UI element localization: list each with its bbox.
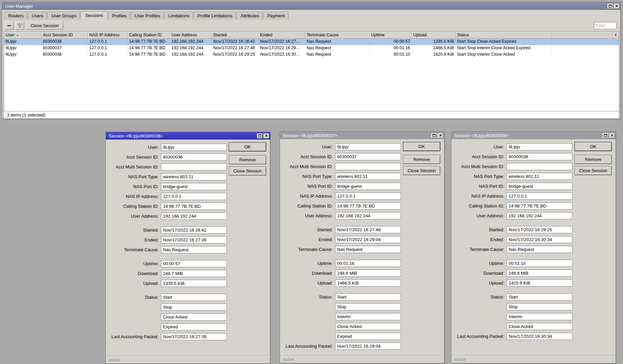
ok-button[interactable]: OK — [229, 142, 266, 151]
dialog-titlebar[interactable]: Session <9Llpjv/80300037> × — [280, 132, 444, 139]
field-value[interactable] — [335, 279, 401, 287]
maximize-button[interactable] — [607, 4, 613, 9]
field-value[interactable] — [507, 303, 572, 310]
table-row[interactable]: 9Llpjv80300037127.0.0.114:98:77:7B:7E:BD… — [4, 45, 619, 52]
tab-user-profiles[interactable]: User Profiles — [131, 12, 164, 20]
field-value[interactable] — [335, 246, 401, 253]
maximize-button[interactable] — [257, 133, 263, 139]
field-value[interactable] — [507, 293, 572, 301]
field-value[interactable] — [335, 293, 401, 301]
field-value[interactable] — [335, 226, 401, 233]
field-value[interactable] — [335, 236, 401, 243]
field-value[interactable] — [507, 260, 572, 267]
close-session-button[interactable]: Close Session — [574, 166, 612, 175]
field-value[interactable] — [507, 333, 572, 340]
field-value[interactable] — [507, 163, 572, 170]
remove-button[interactable]: Remove — [403, 155, 440, 164]
field-value[interactable] — [161, 313, 227, 321]
field-value[interactable] — [335, 323, 401, 330]
field-value[interactable] — [507, 313, 572, 320]
field-value[interactable] — [335, 143, 401, 150]
field-value[interactable] — [161, 294, 227, 301]
column-header-upload[interactable]: Upload — [412, 32, 456, 38]
field-value[interactable] — [161, 226, 227, 234]
field-value[interactable] — [507, 193, 572, 200]
close-session-button[interactable]: Close Session — [229, 166, 266, 176]
tab-routers[interactable]: Routers — [4, 12, 28, 20]
close-button[interactable]: × — [614, 4, 620, 9]
field-value[interactable] — [335, 173, 401, 180]
field-value[interactable] — [507, 212, 572, 219]
field-value[interactable] — [335, 153, 401, 160]
field-value[interactable] — [507, 226, 572, 233]
field-value[interactable] — [507, 323, 572, 330]
field-value[interactable] — [161, 144, 227, 151]
tab-users[interactable]: Users — [28, 12, 47, 20]
field-value[interactable] — [507, 202, 572, 210]
field-value[interactable] — [161, 260, 227, 267]
field-value[interactable] — [507, 270, 572, 277]
remove-button[interactable]: Remove — [229, 155, 266, 164]
close-button[interactable]: × — [609, 133, 615, 138]
field-value[interactable] — [161, 193, 227, 200]
field-value[interactable] — [161, 236, 227, 243]
field-value[interactable] — [335, 260, 401, 267]
window-titlebar[interactable]: User Manager × — [2, 2, 621, 10]
column-header-user-address[interactable]: User Address — [170, 32, 212, 38]
filter-button[interactable] — [16, 22, 24, 30]
field-value[interactable] — [335, 313, 401, 320]
field-value[interactable] — [507, 173, 572, 180]
field-value[interactable] — [161, 280, 227, 287]
field-value[interactable] — [507, 153, 572, 160]
field-value[interactable] — [335, 202, 401, 210]
tab-limitations[interactable]: Limitations — [165, 12, 193, 20]
field-value[interactable] — [335, 270, 401, 277]
table-row[interactable]: 9Llpjv80300036127.0.0.114:98:77:7B:7E:BD… — [4, 39, 619, 45]
find-input[interactable] — [594, 22, 617, 29]
field-value[interactable] — [335, 333, 401, 340]
field-value[interactable] — [161, 153, 227, 161]
tab-attributes[interactable]: Attributes — [237, 12, 263, 20]
close-button[interactable]: × — [438, 133, 443, 138]
field-value[interactable] — [507, 279, 572, 287]
remove-session-button[interactable] — [5, 22, 14, 30]
field-value[interactable] — [335, 343, 401, 350]
column-header-status[interactable]: Status — [456, 32, 552, 38]
tab-sessions[interactable]: Sessions — [81, 11, 108, 20]
table-row[interactable]: 9Llpjv80300038127.0.0.114:98:77:7B:7E:BD… — [4, 52, 619, 58]
field-value[interactable] — [335, 303, 401, 310]
tab-payment[interactable]: Payment — [263, 12, 288, 20]
column-header-acct-session-id[interactable]: Acct Session ID — [41, 32, 88, 38]
column-header-calling-station-id[interactable]: Calling Station ID — [128, 32, 170, 38]
column-header-user[interactable]: User▲ — [4, 32, 41, 38]
tab-profiles[interactable]: Profiles — [108, 12, 130, 20]
tab-profile-limitations[interactable]: Profile Limitations — [194, 12, 236, 20]
column-header-ended[interactable]: Ended — [259, 32, 305, 38]
remove-button[interactable]: Remove — [574, 155, 612, 164]
column-selector-button[interactable]: ▼ — [612, 32, 619, 38]
field-value[interactable] — [161, 270, 227, 277]
column-header-started[interactable]: Started — [212, 32, 259, 38]
field-value[interactable] — [161, 163, 227, 170]
field-value[interactable] — [161, 183, 227, 190]
field-value[interactable] — [161, 203, 227, 210]
field-value[interactable] — [335, 193, 401, 200]
field-value[interactable] — [161, 304, 227, 311]
field-value[interactable] — [161, 173, 227, 180]
column-header-uptime[interactable]: Uptime — [370, 32, 412, 38]
field-value[interactable] — [507, 246, 572, 253]
field-value[interactable] — [335, 212, 401, 219]
column-header-terminate-cause[interactable]: Terminate Cause — [305, 32, 370, 38]
field-value[interactable] — [161, 246, 227, 253]
close-session-button[interactable]: Close Session — [403, 166, 440, 175]
field-value[interactable] — [507, 143, 572, 150]
tab-user-groups[interactable]: User Groups — [48, 12, 80, 20]
ok-button[interactable]: OK — [403, 142, 440, 151]
field-value[interactable] — [161, 323, 227, 330]
close-button[interactable]: × — [263, 133, 269, 139]
field-value[interactable] — [335, 163, 401, 170]
dialog-titlebar[interactable]: Session <9Llpjv/80300038> × — [452, 132, 616, 139]
field-value[interactable] — [507, 236, 572, 243]
field-value[interactable] — [335, 183, 401, 190]
dialog-titlebar[interactable]: Session <9Llpjv/80300036> × — [106, 132, 270, 140]
